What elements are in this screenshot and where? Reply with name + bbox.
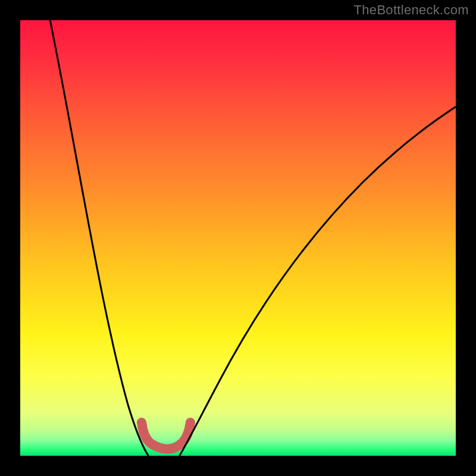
gradient-panel	[20, 20, 456, 456]
bottleneck-chart	[0, 0, 476, 476]
chart-stage: TheBottleneck.com	[0, 0, 476, 476]
watermark-text: TheBottleneck.com	[354, 2, 469, 18]
